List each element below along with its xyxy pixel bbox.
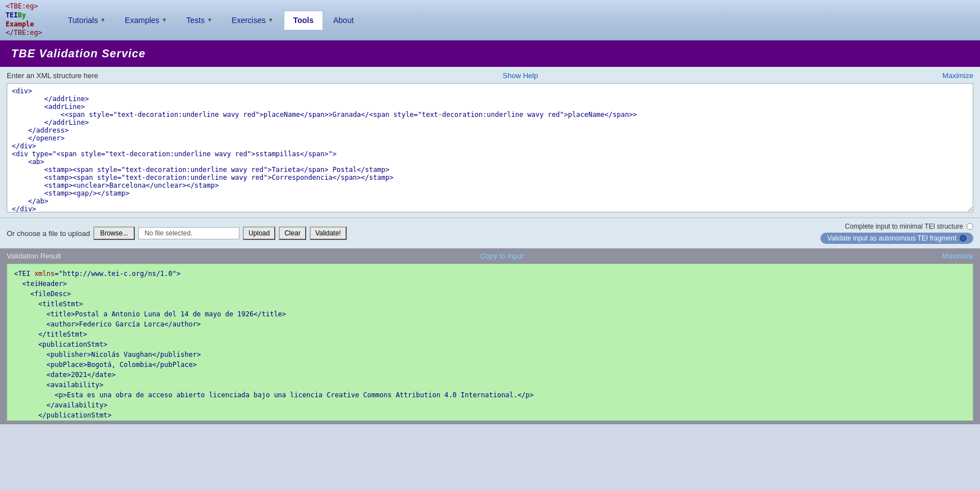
clear-button[interactable]: Clear (279, 226, 306, 240)
radio-option-2-label: Validate input as autonomous TEI fragmen… (827, 234, 956, 242)
logo: <TBE:eg> TEIBy Example </TBE:eg> (6, 2, 42, 37)
result-header: Validation Result Copy to input Maximize (7, 252, 973, 260)
main-nav: Tutorials ▼ Examples ▼ Tests ▼ Exercises… (59, 11, 363, 30)
page-title: TBE Validation Service (11, 47, 146, 60)
upload-button[interactable]: Upload (243, 226, 275, 240)
result-content: <TEI xmlns="http://www.tei-c.org/ns/1.0"… (7, 264, 973, 421)
logo-tbe: <TBE:eg> (6, 2, 38, 10)
input-label: Enter an XML structure here (7, 71, 98, 80)
page-title-bar: TBE Validation Service (0, 40, 980, 67)
input-header: Enter an XML structure here Show Help Ma… (7, 71, 973, 80)
upload-left: Or choose a file to upload Browse... No … (7, 226, 347, 240)
tutorials-arrow: ▼ (100, 17, 106, 23)
input-maximize-link[interactable]: Maximize (942, 71, 973, 80)
logo-tei: TEI (6, 11, 18, 19)
file-name-display: No file selected. (138, 227, 239, 239)
nav-tutorials[interactable]: Tutorials ▼ (59, 11, 115, 29)
result-label: Validation Result (7, 252, 61, 260)
logo-by: By (18, 11, 26, 19)
radio-option-1-dot[interactable] (967, 223, 973, 230)
copy-to-input-link[interactable]: Copy to input (480, 252, 524, 260)
nav-about[interactable]: About (324, 11, 363, 29)
radio-option-2[interactable]: Validate input as autonomous TEI fragmen… (820, 233, 973, 244)
logo-close: </TBE:eg> (6, 29, 42, 37)
nav-tests[interactable]: Tests ▼ (177, 11, 221, 29)
tests-arrow: ▼ (207, 17, 212, 23)
radio-option-2-dot[interactable] (960, 235, 967, 242)
upload-label: Or choose a file to upload (7, 229, 90, 238)
radio-option-1[interactable]: Complete input to minimal TEI structure (845, 223, 973, 230)
examples-arrow: ▼ (162, 17, 167, 23)
browse-button[interactable]: Browse... (93, 226, 135, 240)
nav-examples[interactable]: Examples ▼ (116, 11, 176, 29)
radio-option-1-label: Complete input to minimal TEI structure (845, 223, 963, 230)
show-help-link[interactable]: Show Help (503, 71, 538, 80)
result-maximize-link[interactable]: Maximize (942, 252, 973, 260)
xml-input[interactable]: <div> </addrLine> <addrLine> <<span styl… (7, 83, 973, 212)
nav-tools[interactable]: Tools (284, 11, 323, 30)
upload-section: Or choose a file to upload Browse... No … (0, 217, 980, 248)
exercises-arrow: ▼ (268, 17, 274, 23)
input-section: Enter an XML structure here Show Help Ma… (0, 67, 980, 217)
logo-example: Example (6, 20, 34, 28)
upload-right: Complete input to minimal TEI structure … (820, 223, 973, 244)
header: <TBE:eg> TEIBy Example </TBE:eg> Tutoria… (0, 0, 980, 40)
nav-exercises[interactable]: Exercises ▼ (223, 11, 283, 29)
validate-button[interactable]: Validate! (310, 226, 347, 240)
result-section: Validation Result Copy to input Maximize… (0, 248, 980, 424)
